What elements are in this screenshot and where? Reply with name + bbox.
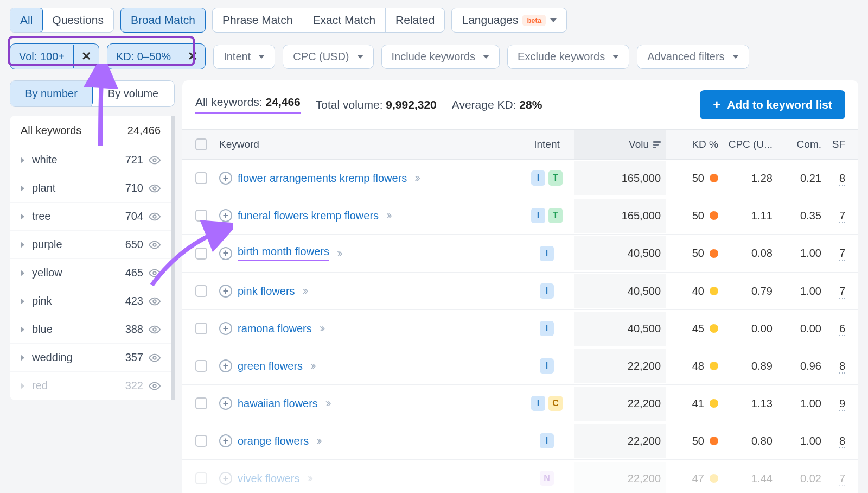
keyword-link[interactable]: funeral flowers kremp flowers bbox=[238, 210, 379, 222]
sidebar-item-yellow[interactable]: yellow465 bbox=[10, 259, 171, 287]
sidebar-tab-by-number[interactable]: By number bbox=[10, 80, 93, 107]
eye-icon[interactable] bbox=[149, 154, 161, 166]
col-intent[interactable]: Intent bbox=[520, 138, 574, 150]
expand-icon[interactable]: + bbox=[219, 322, 232, 335]
sidebar-item-tree[interactable]: tree704 bbox=[10, 203, 171, 231]
filter-include[interactable]: Include keywords bbox=[381, 45, 500, 69]
expand-icon[interactable]: + bbox=[219, 209, 232, 222]
row-checkbox[interactable] bbox=[195, 472, 207, 484]
keyword-link[interactable]: ramona flowers bbox=[238, 323, 312, 335]
row-checkbox[interactable] bbox=[195, 172, 207, 184]
eye-icon[interactable] bbox=[149, 267, 161, 279]
row-checkbox[interactable] bbox=[195, 397, 207, 409]
chevrons-right-icon[interactable]: ›› bbox=[310, 359, 314, 373]
eye-icon[interactable] bbox=[149, 239, 161, 251]
eye-icon[interactable] bbox=[149, 182, 161, 194]
filter-kd-remove[interactable]: ✕ bbox=[180, 44, 205, 69]
filter-volume-remove[interactable]: ✕ bbox=[74, 44, 99, 69]
filter-cpc[interactable]: CPC (USD) bbox=[283, 45, 373, 69]
tab-phrase-match[interactable]: Phrase Match bbox=[213, 8, 303, 32]
sf-cell[interactable]: 7 bbox=[821, 472, 845, 485]
tab-all[interactable]: All bbox=[10, 8, 43, 33]
expand-icon[interactable]: + bbox=[219, 434, 232, 447]
row-checkbox[interactable] bbox=[195, 435, 207, 447]
eye-icon[interactable] bbox=[149, 324, 161, 336]
filter-intent[interactable]: Intent bbox=[213, 45, 275, 69]
filter-volume[interactable]: Vol: 100+ ✕ bbox=[10, 43, 99, 69]
com-cell: 0.00 bbox=[773, 323, 821, 335]
chevrons-right-icon[interactable]: ›› bbox=[337, 246, 341, 261]
sidebar-item-plant[interactable]: plant710 bbox=[10, 174, 171, 203]
eye-icon[interactable] bbox=[149, 295, 161, 307]
filter-advanced[interactable]: Advanced filters bbox=[637, 45, 749, 69]
filter-kd[interactable]: KD: 0–50% ✕ bbox=[107, 43, 206, 69]
chevrons-right-icon[interactable]: ›› bbox=[386, 208, 390, 223]
keyword-link[interactable]: green flowers bbox=[238, 360, 303, 372]
caret-down-icon bbox=[357, 55, 363, 59]
expand-icon[interactable]: + bbox=[219, 172, 232, 185]
expand-icon[interactable]: + bbox=[219, 247, 232, 260]
expand-icon[interactable]: + bbox=[219, 472, 232, 485]
col-com[interactable]: Com. bbox=[773, 138, 821, 150]
add-to-keyword-list-button[interactable]: + Add to keyword list bbox=[700, 90, 845, 119]
sf-cell[interactable]: 8 bbox=[821, 172, 845, 185]
intent-badge-c: C bbox=[548, 396, 563, 411]
sidebar-all-keywords-label: All keywords bbox=[21, 124, 81, 137]
row-checkbox[interactable] bbox=[195, 360, 207, 372]
chevrons-right-icon[interactable]: ›› bbox=[307, 471, 311, 485]
kd-cell: 40 bbox=[666, 285, 718, 298]
eye-icon[interactable] bbox=[149, 352, 161, 364]
tab-languages[interactable]: Languages beta bbox=[451, 8, 567, 33]
expand-icon[interactable]: + bbox=[219, 397, 232, 410]
sidebar-item-wedding[interactable]: wedding357 bbox=[10, 344, 171, 372]
keyword-link[interactable]: hawaiian flowers bbox=[238, 397, 318, 410]
sidebar-all-keywords[interactable]: All keywords 24,466 bbox=[10, 116, 171, 146]
row-checkbox[interactable] bbox=[195, 323, 207, 334]
svg-point-8 bbox=[153, 384, 156, 388]
chevrons-right-icon[interactable]: ›› bbox=[326, 396, 329, 410]
kd-cell: 41 bbox=[666, 397, 718, 410]
eye-icon[interactable] bbox=[149, 211, 161, 223]
sf-cell[interactable]: 9 bbox=[821, 397, 845, 410]
col-sf[interactable]: SF bbox=[821, 138, 845, 150]
keyword-link[interactable]: flower arrangements kremp flowers bbox=[238, 172, 407, 185]
row-checkbox[interactable] bbox=[195, 248, 207, 260]
sidebar-item-purple[interactable]: purple650 bbox=[10, 231, 171, 259]
chevrons-right-icon[interactable]: ›› bbox=[316, 434, 320, 448]
sidebar-item-label: tree bbox=[32, 210, 125, 223]
tab-related[interactable]: Related bbox=[386, 8, 444, 32]
col-volume[interactable]: Volu bbox=[574, 130, 666, 159]
sf-cell[interactable]: 7 bbox=[821, 247, 845, 260]
tab-broad-match[interactable]: Broad Match bbox=[120, 8, 206, 33]
tab-questions[interactable]: Questions bbox=[42, 8, 113, 32]
chevrons-right-icon[interactable]: ›› bbox=[414, 171, 418, 185]
sf-cell[interactable]: 7 bbox=[821, 285, 845, 298]
row-checkbox[interactable] bbox=[195, 285, 207, 297]
chevrons-right-icon[interactable]: ›› bbox=[320, 321, 323, 336]
row-checkbox[interactable] bbox=[195, 210, 207, 222]
col-keyword[interactable]: Keyword bbox=[219, 138, 520, 150]
keyword-link[interactable]: orange flowers bbox=[238, 435, 309, 447]
chevrons-right-icon[interactable]: ›› bbox=[303, 284, 307, 298]
sidebar-item-pink[interactable]: pink423 bbox=[10, 287, 171, 315]
keyword-link[interactable]: vivek flowers bbox=[238, 472, 299, 485]
expand-icon[interactable]: + bbox=[219, 285, 232, 298]
sidebar-item-white[interactable]: white721 bbox=[10, 146, 171, 174]
kd-dot-icon bbox=[710, 211, 718, 220]
col-cpc[interactable]: CPC (U... bbox=[718, 138, 773, 150]
keyword-link[interactable]: pink flowers bbox=[238, 285, 295, 298]
sidebar-item-blue[interactable]: blue388 bbox=[10, 315, 171, 344]
sf-cell[interactable]: 8 bbox=[821, 435, 845, 447]
sf-cell[interactable]: 6 bbox=[821, 323, 845, 335]
sidebar-tab-by-volume[interactable]: By volume bbox=[92, 81, 174, 106]
sf-cell[interactable]: 7 bbox=[821, 210, 845, 222]
filter-exclude[interactable]: Exclude keywords bbox=[507, 45, 629, 69]
keyword-link[interactable]: birth month flowers bbox=[238, 245, 329, 261]
select-all-checkbox[interactable] bbox=[195, 138, 207, 150]
eye-icon[interactable] bbox=[149, 380, 161, 392]
tab-exact-match[interactable]: Exact Match bbox=[303, 8, 386, 32]
col-kd[interactable]: KD % bbox=[666, 138, 718, 150]
sidebar-item-red[interactable]: red322 bbox=[10, 372, 171, 400]
sf-cell[interactable]: 8 bbox=[821, 360, 845, 372]
expand-icon[interactable]: + bbox=[219, 359, 232, 372]
